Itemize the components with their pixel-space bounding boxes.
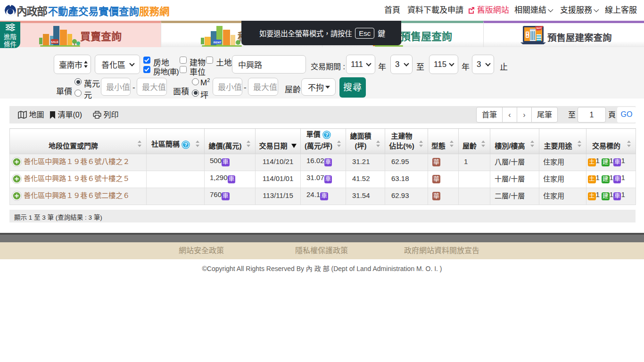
svg-text:?: ? <box>325 132 328 138</box>
svg-text:SALE: SALE <box>51 41 58 43</box>
svg-text:RENT: RENT <box>214 41 222 44</box>
svg-text:?: ? <box>184 142 188 148</box>
